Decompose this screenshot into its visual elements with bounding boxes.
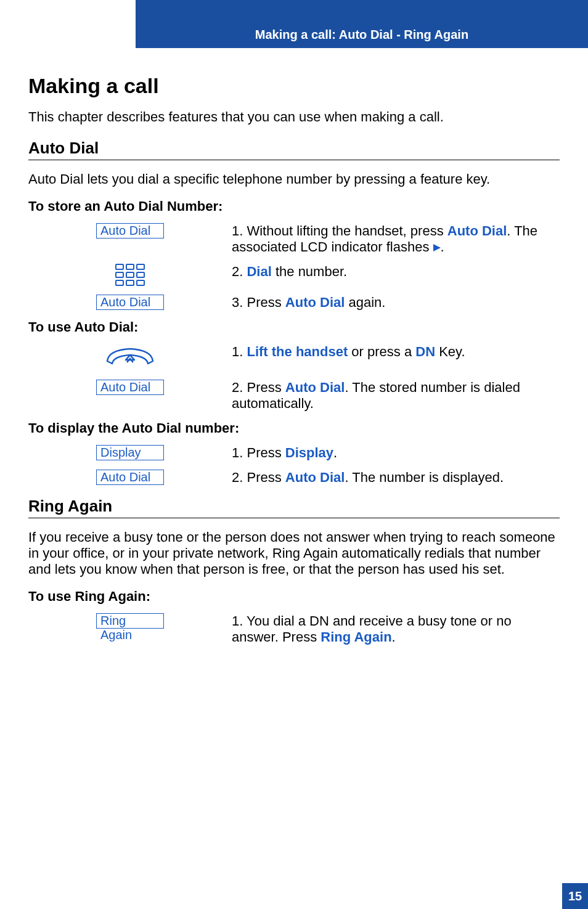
section-auto-dial: Auto Dial xyxy=(28,139,560,160)
ring-again-step-1-text: 1. You dial a DN and receive a busy tone… xyxy=(232,613,560,645)
display-step-1: Display 1. Press Display. xyxy=(28,445,560,461)
keypad-icon xyxy=(115,264,145,286)
softkey-auto-dial: Auto Dial xyxy=(96,295,164,310)
store-step-3: Auto Dial 3. Press Auto Dial again. xyxy=(28,295,560,311)
use-heading: To use Auto Dial: xyxy=(28,319,560,335)
auto-dial-lead: Auto Dial lets you dial a specific telep… xyxy=(28,171,560,187)
t: the number. xyxy=(272,264,347,279)
store-step-1-text: 1. Without lifting the handset, press Au… xyxy=(232,223,560,255)
t: or press a xyxy=(348,344,415,359)
section-ring-again: Ring Again xyxy=(28,497,560,518)
ring-again-step-1: Ring Again 1. You dial a DN and receive … xyxy=(28,613,560,645)
auto-dial-keyword: Auto Dial xyxy=(285,295,345,310)
dn-keyword: DN xyxy=(415,344,435,359)
header-title: Making a call: Auto Dial - Ring Again xyxy=(255,28,468,42)
display-step-1-text: 1. Press Display. xyxy=(232,445,560,461)
softkey-auto-dial: Auto Dial xyxy=(96,223,164,238)
page-title: Making a call xyxy=(28,74,560,98)
t: 3. Press xyxy=(232,295,285,310)
auto-dial-keyword: Auto Dial xyxy=(285,470,345,485)
use-step-1: 1. Lift the handset or press a DN Key. xyxy=(28,344,560,371)
softkey-auto-dial: Auto Dial xyxy=(96,470,164,485)
t: Key. xyxy=(435,344,465,359)
t: 1. Without lifting the handset, press xyxy=(232,223,447,238)
t: . xyxy=(441,239,444,255)
display-heading: To display the Auto Dial number: xyxy=(28,420,560,436)
ring-again-keyword: Ring Again xyxy=(321,629,391,645)
page-content: Making a call This chapter describes fea… xyxy=(0,48,588,645)
t: . The number is dis­played. xyxy=(345,470,504,485)
t: . xyxy=(333,445,337,460)
t: 1. Press xyxy=(232,445,285,460)
use-step-1-text: 1. Lift the handset or press a DN Key. xyxy=(232,344,560,360)
softkey-ring-again: Ring Again xyxy=(96,613,164,629)
t: 2. Press xyxy=(232,380,285,395)
store-step-2: 2. Dial the number. xyxy=(28,264,560,286)
page-header: Making a call: Auto Dial - Ring Again xyxy=(136,0,588,48)
lift-handset-keyword: Lift the handset xyxy=(247,344,348,359)
use-step-2-text: 2. Press Auto Dial. The stored number is… xyxy=(232,380,560,412)
t: 2. Press xyxy=(232,470,285,485)
store-step-1: Auto Dial 1. Without lifting the handset… xyxy=(28,223,560,255)
chapter-intro: This chapter describes features that you… xyxy=(28,109,560,125)
display-step-2-text: 2. Press Auto Dial. The number is dis­pl… xyxy=(232,470,560,486)
softkey-display: Display xyxy=(96,445,164,460)
auto-dial-keyword: Auto Dial xyxy=(447,223,507,238)
dial-keyword: Dial xyxy=(247,264,271,279)
t: . xyxy=(392,629,396,645)
ring-again-use-heading: To use Ring Again: xyxy=(28,589,560,605)
display-step-2: Auto Dial 2. Press Auto Dial. The number… xyxy=(28,470,560,486)
handset-icon xyxy=(102,344,158,371)
flash-arrow-icon xyxy=(433,244,441,251)
softkey-auto-dial: Auto Dial xyxy=(96,380,164,395)
auto-dial-keyword: Auto Dial xyxy=(285,380,345,395)
display-keyword: Display xyxy=(285,445,333,460)
ring-again-lead: If you receive a busy tone or the person… xyxy=(28,529,560,577)
store-step-2-text: 2. Dial the number. xyxy=(232,264,560,280)
store-step-3-text: 3. Press Auto Dial again. xyxy=(232,295,560,311)
t: again. xyxy=(345,295,385,310)
store-heading: To store an Auto Dial Number: xyxy=(28,198,560,214)
t: 1. xyxy=(232,344,247,359)
use-step-2: Auto Dial 2. Press Auto Dial. The stored… xyxy=(28,380,560,412)
t: 2. xyxy=(232,264,247,279)
